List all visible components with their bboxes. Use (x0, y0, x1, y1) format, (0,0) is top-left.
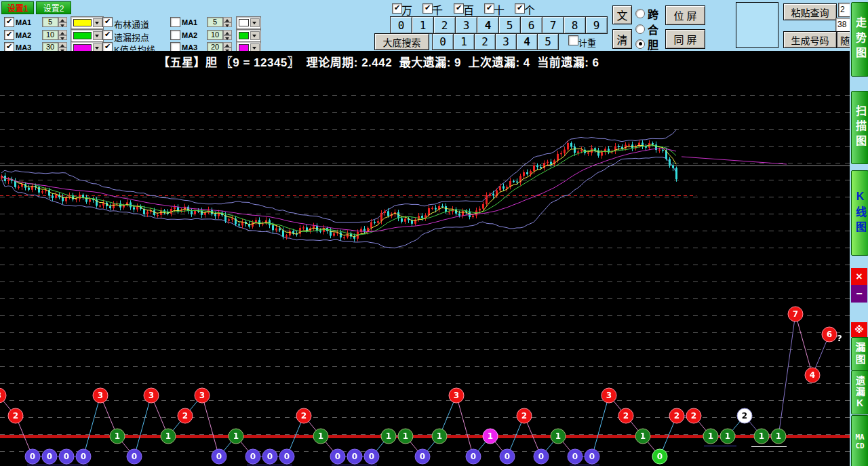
count-button-3[interactable]: 3 (495, 33, 517, 50)
count-button-0[interactable]: 0 (432, 33, 454, 50)
ma1-b-label: MA1 (182, 18, 197, 26)
close-icon[interactable]: × (851, 268, 867, 285)
num-button-7[interactable]: 7 (542, 16, 564, 34)
color-swatch (73, 19, 92, 26)
main-chart-canvas[interactable] (0, 68, 850, 466)
ma1-checkbox[interactable] (4, 17, 14, 27)
count-button-1[interactable]: 1 (453, 33, 475, 50)
ma1-value[interactable]: 5 (42, 17, 58, 27)
bollinger-label: 布林通道 (114, 18, 149, 31)
color-swatch (239, 32, 249, 39)
num-button-3[interactable]: 3 (455, 16, 477, 34)
tongping-button[interactable]: 同 屏 (665, 29, 705, 49)
paste-query-button[interactable]: 粘贴查询 (783, 3, 837, 20)
num-button-8[interactable]: 8 (564, 16, 586, 34)
right-sidebar: 走势图 扫描图 K线图 × − ※ 漏图 遗漏K MACD (850, 0, 868, 466)
digit-qian-checkbox[interactable] (422, 3, 433, 14)
radio-he-label: 合 (648, 21, 658, 37)
spin-up-icon[interactable] (58, 17, 67, 22)
dropdown-arrow-icon[interactable] (93, 18, 102, 27)
radio-kua[interactable] (635, 9, 645, 18)
miss-turn-checkbox[interactable] (102, 30, 113, 40)
chart-area: 【五星】胆 〖9 = 12345〗 理论周期: 2.442 最大遗漏: 9 上次… (0, 51, 850, 466)
num-button-2[interactable]: 2 (433, 16, 456, 34)
spin-up-icon[interactable] (223, 17, 232, 22)
spin-up-icon[interactable] (58, 30, 67, 35)
trend-chart-button[interactable]: 走势图 (851, 2, 868, 77)
num-button-4[interactable]: 4 (477, 16, 499, 34)
spin-down-icon[interactable] (58, 35, 67, 41)
dropdown-arrow-icon[interactable] (250, 18, 260, 27)
app-window: 设置1 设置2 MA1 5 MA2 10 MA3 30 布林通道 遗漏拐点 K值… (0, 0, 868, 466)
ma1-spinner[interactable] (58, 17, 67, 27)
jizhong-label: 计重 (578, 36, 596, 49)
ma2-b-checkbox[interactable] (170, 30, 180, 40)
bollinger-checkbox[interactable] (102, 17, 113, 27)
miss-turn-label: 遗漏拐点 (114, 31, 149, 43)
qing-button[interactable]: 清 (612, 29, 632, 49)
ma2-b-label: MA2 (182, 31, 197, 39)
ma1-color-combo[interactable] (71, 16, 104, 29)
radio-dan-label: 胆 (648, 36, 658, 52)
color-swatch (73, 32, 92, 39)
ma2-b-value[interactable]: 10 (207, 30, 223, 40)
reference-mark-icon[interactable]: ※ (851, 322, 867, 337)
scan-chart-button[interactable]: 扫描图 (851, 91, 868, 164)
digit-bai-checkbox[interactable] (454, 3, 464, 14)
miss-chart-button[interactable]: 漏图 (851, 337, 868, 371)
count-button-4[interactable]: 4 (516, 33, 538, 50)
radio-he[interactable] (635, 24, 645, 34)
jizhong-checkbox[interactable] (568, 35, 578, 45)
ma1-b-color-combo[interactable] (236, 16, 261, 29)
ma1-label: MA1 (16, 18, 31, 26)
number-display-box (736, 2, 778, 48)
ma2-color-combo[interactable] (71, 29, 104, 42)
num-button-0[interactable]: 0 (390, 16, 412, 34)
wen-button[interactable]: 文 (612, 5, 632, 24)
ma2-checkbox[interactable] (4, 30, 14, 40)
dropdown-arrow-icon[interactable] (93, 31, 102, 40)
radio-kua-label: 跨 (648, 5, 658, 22)
digit-bai-label: 百 (463, 1, 474, 18)
spin-up-icon[interactable] (58, 42, 67, 47)
ma1-b-spinner[interactable] (223, 17, 232, 27)
num-button-5[interactable]: 5 (498, 16, 521, 34)
digit-ge-checkbox[interactable] (515, 3, 525, 14)
ma2-value[interactable]: 10 (42, 30, 58, 40)
ma2-b-spinner[interactable] (223, 30, 232, 40)
tab-settings-1[interactable]: 设置1 (1, 1, 34, 14)
digit-qian-label: 千 (432, 1, 443, 18)
weiping-button[interactable]: 位 屏 (665, 5, 705, 25)
digit-shi-checkbox[interactable] (484, 3, 494, 14)
digit-wan-checkbox[interactable] (392, 3, 402, 14)
num-button-9[interactable]: 9 (585, 16, 608, 34)
kline-chart-button[interactable]: K线图 (851, 170, 868, 256)
spin-down-icon[interactable] (223, 35, 232, 41)
count-button-2[interactable]: 2 (474, 33, 496, 50)
ma2-spinner[interactable] (58, 30, 67, 40)
ma2-b-color-combo[interactable] (236, 29, 261, 42)
digit-ge-label: 个 (524, 1, 535, 18)
tab-settings-2[interactable]: 设置2 (36, 1, 71, 14)
spin-up-icon[interactable] (223, 30, 232, 35)
control-panel: 设置1 设置2 MA1 5 MA2 10 MA3 30 布林通道 遗漏拐点 K值… (0, 0, 868, 51)
count-button-5[interactable]: 5 (537, 33, 559, 50)
spin-down-icon[interactable] (58, 22, 67, 28)
macd-label: MACD (854, 433, 865, 450)
digit-shi-label: 十 (494, 1, 505, 18)
dropdown-arrow-icon[interactable] (250, 31, 260, 40)
generate-numbers-button[interactable]: 生成号码 (783, 31, 837, 48)
macd-button[interactable]: MACD (851, 415, 868, 466)
minimize-icon[interactable]: − (851, 285, 867, 303)
digit-wan-label: 万 (401, 1, 412, 18)
num-button-6[interactable]: 6 (520, 16, 542, 34)
ma1-b-value[interactable]: 5 (207, 17, 223, 27)
spin-up-icon[interactable] (223, 42, 232, 47)
spin-down-icon[interactable] (223, 22, 232, 28)
num-button-1[interactable]: 1 (412, 16, 434, 34)
ma2-label: MA2 (16, 31, 31, 39)
ma1-b-checkbox[interactable] (170, 17, 180, 27)
miss-k-button[interactable]: 遗漏K (851, 370, 868, 414)
big-bottom-search-button[interactable]: 大底搜索 (374, 33, 429, 50)
radio-dan[interactable] (635, 39, 645, 49)
